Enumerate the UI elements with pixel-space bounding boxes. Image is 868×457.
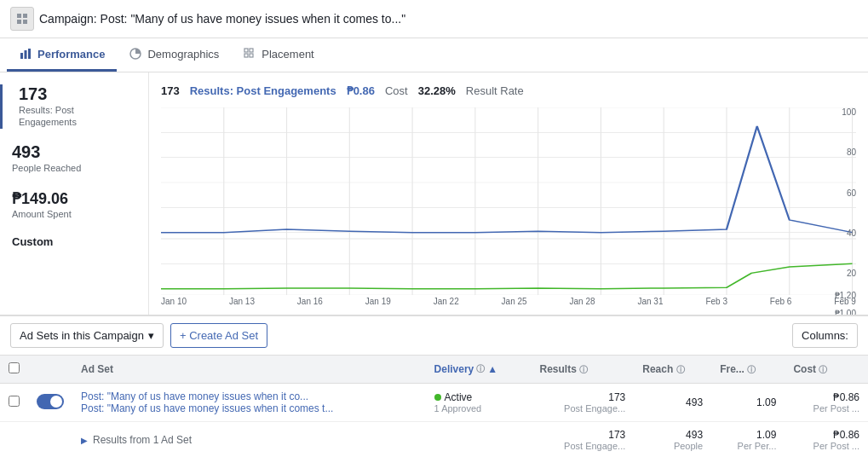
results-value: 173 xyxy=(19,84,136,104)
columns-button[interactable]: Columns: xyxy=(792,323,858,348)
tab-demographics-label: Demographics xyxy=(147,48,219,61)
chart-summary: 173 Results: Post Engagements ₱0.86 Cost… xyxy=(161,84,856,97)
nav-icon[interactable] xyxy=(10,7,34,31)
table-row: Post: "Many of us have money issues when… xyxy=(0,384,868,422)
summary-cost-value: ₱0.86 xyxy=(793,429,859,441)
header-results: Results ⓘ xyxy=(532,356,635,384)
header-reach: Reach ⓘ xyxy=(634,356,711,384)
row-reach: 493 xyxy=(634,384,711,422)
toolbar: Ad Sets in this Campaign ▾ + Create Ad S… xyxy=(0,316,868,356)
info-icon: ⓘ xyxy=(476,363,485,375)
summary-cost-value: ₱0.86 xyxy=(347,84,375,97)
summary-freq-value: 1.09 xyxy=(720,429,776,441)
stat-reach: 493 People Reached xyxy=(12,142,136,174)
results-count: 173 xyxy=(540,391,626,403)
header-frequency: Fre... ⓘ xyxy=(711,356,785,384)
expand-icon[interactable]: ▶ xyxy=(81,436,88,445)
columns-btn-label: Columns: xyxy=(802,329,848,342)
y-axis-bottom: ₱1.20 ₱1.00 ₱0.80 ₱0.60 xyxy=(822,291,856,315)
adsets-dropdown-button[interactable]: Ad Sets in this Campaign ▾ xyxy=(10,323,164,348)
pie-chart-icon xyxy=(129,47,142,61)
summary-rate-value: 32.28% xyxy=(418,84,456,97)
adsets-table: Ad Set Delivery ⓘ ▲ Results ⓘ Reach ⓘ Fr… xyxy=(0,356,868,457)
results-from-text: Results from 1 Ad Set xyxy=(93,434,192,446)
table-header-row: Ad Set Delivery ⓘ ▲ Results ⓘ Reach ⓘ Fr… xyxy=(0,356,868,384)
cost-sub: Per Post ... xyxy=(793,403,859,414)
header-cost: Cost ⓘ xyxy=(785,356,868,384)
adset-toggle[interactable] xyxy=(37,394,64,409)
frequency-value: 1.09 xyxy=(756,396,776,408)
summary-cost-sub: Per Post ... xyxy=(793,441,859,451)
svg-rect-2 xyxy=(17,20,21,24)
tab-performance[interactable]: Performance xyxy=(7,38,117,72)
create-btn-label: + Create Ad Set xyxy=(180,329,258,342)
bottom-section: Ad Sets in this Campaign ▾ + Create Ad S… xyxy=(0,315,868,457)
results-label: Results: PostEngagements xyxy=(19,104,136,129)
tab-placement[interactable]: Placement xyxy=(231,38,325,72)
freq-info-icon: ⓘ xyxy=(747,365,756,374)
delivery-sort[interactable]: Delivery ⓘ ▲ xyxy=(434,363,523,375)
summary-cost: ₱0.86 Per Post ... xyxy=(785,422,868,458)
amount-value: ₱149.06 xyxy=(12,189,136,208)
svg-rect-9 xyxy=(250,49,253,52)
delivery-status: Active xyxy=(445,391,473,403)
row-adset-name: Post: "Many of us have money issues when… xyxy=(72,384,426,422)
summary-reach-sub: People xyxy=(642,441,703,451)
results-info-icon: ⓘ xyxy=(579,365,588,374)
summary-results-count: 173 xyxy=(540,429,626,441)
summary-freq-sub: Per Per... xyxy=(720,441,776,451)
stat-results: 173 Results: PostEngagements xyxy=(12,84,136,129)
cost-info-icon: ⓘ xyxy=(819,365,827,374)
sort-arrow-icon: ▲ xyxy=(487,363,497,375)
summary-frequency: 1.09 Per Per... xyxy=(711,422,785,458)
chart-wrapper: 100 80 60 40 20 ₱1.20 ₱1.00 ₱0.80 ₱0.60 xyxy=(161,107,856,295)
adset-link-2[interactable]: Post: "Many of us have money issues when… xyxy=(81,402,333,414)
results-from-label: ▶ Results from 1 Ad Set xyxy=(81,434,417,446)
adsets-btn-label: Ad Sets in this Campaign xyxy=(20,329,144,342)
green-dot-icon xyxy=(434,394,441,401)
custom-label: Custom xyxy=(12,235,136,248)
svg-rect-0 xyxy=(17,14,21,18)
header-delivery: Delivery ⓘ ▲ xyxy=(426,356,532,384)
summary-cost-label: Cost xyxy=(385,84,408,97)
delivery-sub: 1 Approved xyxy=(434,403,523,414)
create-adset-button[interactable]: + Create Ad Set xyxy=(170,323,267,348)
svg-rect-8 xyxy=(244,49,248,52)
svg-rect-10 xyxy=(244,54,248,57)
summary-results-label: Results: Post Engagements xyxy=(190,84,336,97)
summary-row: ▶ Results from 1 Ad Set 173 Post Engage.… xyxy=(0,422,868,458)
y-axis-top: 100 80 60 40 20 xyxy=(826,107,856,278)
row-toggle xyxy=(28,384,72,422)
row-frequency: 1.09 xyxy=(711,384,785,422)
svg-rect-11 xyxy=(250,54,253,57)
select-all-checkbox[interactable] xyxy=(9,362,20,373)
row-cost: ₱0.86 Per Post ... xyxy=(785,384,868,422)
summary-reach-count: 493 xyxy=(642,429,703,441)
tabs-bar: Performance Demographics Placement xyxy=(0,38,868,72)
header-adset: Ad Set xyxy=(72,356,426,384)
summary-reach: 493 People xyxy=(634,422,711,458)
chart-area: 173 Results: Post Engagements ₱0.86 Cost… xyxy=(149,72,868,315)
row-results: 173 Post Engage... xyxy=(532,384,635,422)
tab-placement-label: Placement xyxy=(262,48,313,61)
summary-delivery xyxy=(426,422,532,458)
summary-toggle-col xyxy=(28,422,72,458)
tab-performance-label: Performance xyxy=(37,48,105,61)
adset-link-1[interactable]: Post: "Many of us have money issues when… xyxy=(81,390,308,402)
left-stats-panel: 173 Results: PostEngagements 493 People … xyxy=(0,72,149,315)
header-toggle xyxy=(28,356,72,384)
svg-rect-4 xyxy=(20,53,23,59)
summary-count: 173 xyxy=(161,84,180,97)
svg-rect-3 xyxy=(23,20,27,24)
svg-rect-6 xyxy=(28,49,31,59)
row-select-checkbox[interactable] xyxy=(9,396,20,407)
tab-demographics[interactable]: Demographics xyxy=(117,38,231,72)
x-axis: Jan 10 Jan 13 Jan 16 Jan 19 Jan 22 Jan 2… xyxy=(161,297,856,306)
amount-label: Amount Spent xyxy=(12,208,136,220)
blue-indicator xyxy=(0,84,3,129)
campaign-title: Campaign: Post: "Many of us have money i… xyxy=(39,12,405,26)
chevron-down-icon: ▾ xyxy=(148,329,154,342)
reach-count: 493 xyxy=(686,396,703,408)
cost-value: ₱0.86 xyxy=(793,391,859,403)
results-sub: Post Engage... xyxy=(540,403,626,414)
